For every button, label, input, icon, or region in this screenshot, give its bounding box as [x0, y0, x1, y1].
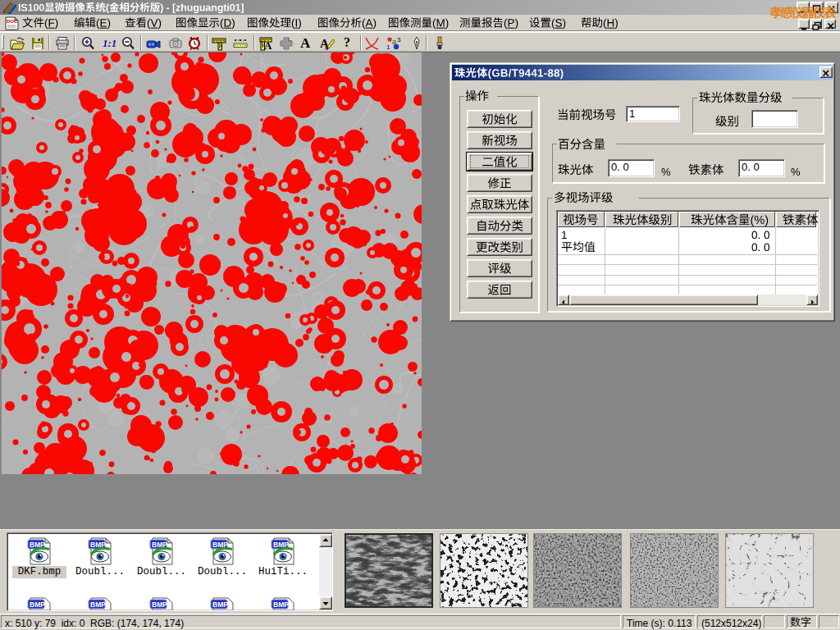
svg-text:3: 3: [397, 36, 401, 43]
svg-text:BMP: BMP: [273, 600, 289, 609]
svg-text:BMP: BMP: [90, 600, 106, 609]
svg-text:DOC: DOC: [7, 19, 18, 24]
svg-text:1: 1: [386, 43, 390, 51]
svg-text:A: A: [264, 39, 272, 51]
svg-text:BMP: BMP: [152, 600, 167, 609]
svg-text:BMP: BMP: [212, 600, 228, 609]
svg-text:BMP: BMP: [30, 600, 45, 609]
